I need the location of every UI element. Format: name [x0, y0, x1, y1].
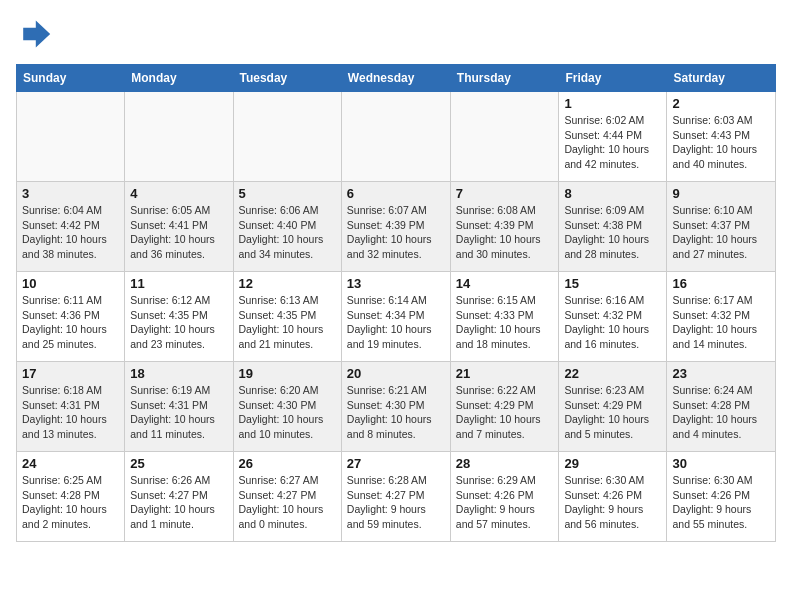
day-header: Saturday — [667, 65, 776, 92]
day-info: Sunrise: 6:21 AMSunset: 4:30 PMDaylight:… — [347, 383, 445, 442]
day-info: Sunrise: 6:14 AMSunset: 4:34 PMDaylight:… — [347, 293, 445, 352]
day-info: Sunrise: 6:02 AMSunset: 4:44 PMDaylight:… — [564, 113, 661, 172]
calendar-cell: 7Sunrise: 6:08 AMSunset: 4:39 PMDaylight… — [450, 182, 559, 272]
day-info: Sunrise: 6:15 AMSunset: 4:33 PMDaylight:… — [456, 293, 554, 352]
day-number: 20 — [347, 366, 445, 381]
calendar-cell: 30Sunrise: 6:30 AMSunset: 4:26 PMDayligh… — [667, 452, 776, 542]
day-info: Sunrise: 6:30 AMSunset: 4:26 PMDaylight:… — [672, 473, 770, 532]
day-info: Sunrise: 6:12 AMSunset: 4:35 PMDaylight:… — [130, 293, 227, 352]
day-number: 1 — [564, 96, 661, 111]
day-number: 8 — [564, 186, 661, 201]
day-number: 30 — [672, 456, 770, 471]
day-number: 22 — [564, 366, 661, 381]
calendar-week-row: 17Sunrise: 6:18 AMSunset: 4:31 PMDayligh… — [17, 362, 776, 452]
calendar-cell: 9Sunrise: 6:10 AMSunset: 4:37 PMDaylight… — [667, 182, 776, 272]
day-number: 16 — [672, 276, 770, 291]
calendar-cell — [233, 92, 341, 182]
calendar-cell: 23Sunrise: 6:24 AMSunset: 4:28 PMDayligh… — [667, 362, 776, 452]
day-number: 15 — [564, 276, 661, 291]
day-number: 6 — [347, 186, 445, 201]
calendar-cell: 6Sunrise: 6:07 AMSunset: 4:39 PMDaylight… — [341, 182, 450, 272]
day-number: 9 — [672, 186, 770, 201]
day-info: Sunrise: 6:22 AMSunset: 4:29 PMDaylight:… — [456, 383, 554, 442]
day-number: 3 — [22, 186, 119, 201]
calendar: SundayMondayTuesdayWednesdayThursdayFrid… — [16, 64, 776, 542]
calendar-week-row: 24Sunrise: 6:25 AMSunset: 4:28 PMDayligh… — [17, 452, 776, 542]
day-header: Wednesday — [341, 65, 450, 92]
day-info: Sunrise: 6:26 AMSunset: 4:27 PMDaylight:… — [130, 473, 227, 532]
day-header: Monday — [125, 65, 233, 92]
calendar-cell — [125, 92, 233, 182]
day-info: Sunrise: 6:09 AMSunset: 4:38 PMDaylight:… — [564, 203, 661, 262]
day-info: Sunrise: 6:20 AMSunset: 4:30 PMDaylight:… — [239, 383, 336, 442]
calendar-week-row: 3Sunrise: 6:04 AMSunset: 4:42 PMDaylight… — [17, 182, 776, 272]
day-number: 25 — [130, 456, 227, 471]
calendar-cell: 1Sunrise: 6:02 AMSunset: 4:44 PMDaylight… — [559, 92, 667, 182]
calendar-cell — [341, 92, 450, 182]
day-number: 13 — [347, 276, 445, 291]
day-number: 23 — [672, 366, 770, 381]
calendar-week-row: 1Sunrise: 6:02 AMSunset: 4:44 PMDaylight… — [17, 92, 776, 182]
day-number: 24 — [22, 456, 119, 471]
calendar-cell: 11Sunrise: 6:12 AMSunset: 4:35 PMDayligh… — [125, 272, 233, 362]
calendar-cell: 3Sunrise: 6:04 AMSunset: 4:42 PMDaylight… — [17, 182, 125, 272]
day-number: 26 — [239, 456, 336, 471]
svg-marker-0 — [23, 21, 50, 48]
calendar-cell: 14Sunrise: 6:15 AMSunset: 4:33 PMDayligh… — [450, 272, 559, 362]
calendar-cell: 4Sunrise: 6:05 AMSunset: 4:41 PMDaylight… — [125, 182, 233, 272]
calendar-cell: 13Sunrise: 6:14 AMSunset: 4:34 PMDayligh… — [341, 272, 450, 362]
day-header: Thursday — [450, 65, 559, 92]
day-info: Sunrise: 6:04 AMSunset: 4:42 PMDaylight:… — [22, 203, 119, 262]
calendar-cell: 24Sunrise: 6:25 AMSunset: 4:28 PMDayligh… — [17, 452, 125, 542]
calendar-cell — [17, 92, 125, 182]
day-number: 27 — [347, 456, 445, 471]
calendar-cell — [450, 92, 559, 182]
calendar-cell: 26Sunrise: 6:27 AMSunset: 4:27 PMDayligh… — [233, 452, 341, 542]
calendar-cell: 17Sunrise: 6:18 AMSunset: 4:31 PMDayligh… — [17, 362, 125, 452]
day-number: 29 — [564, 456, 661, 471]
logo — [16, 16, 56, 52]
day-info: Sunrise: 6:17 AMSunset: 4:32 PMDaylight:… — [672, 293, 770, 352]
day-number: 21 — [456, 366, 554, 381]
calendar-cell: 20Sunrise: 6:21 AMSunset: 4:30 PMDayligh… — [341, 362, 450, 452]
calendar-cell: 18Sunrise: 6:19 AMSunset: 4:31 PMDayligh… — [125, 362, 233, 452]
calendar-cell: 28Sunrise: 6:29 AMSunset: 4:26 PMDayligh… — [450, 452, 559, 542]
logo-icon — [16, 16, 52, 52]
day-number: 7 — [456, 186, 554, 201]
calendar-cell: 22Sunrise: 6:23 AMSunset: 4:29 PMDayligh… — [559, 362, 667, 452]
calendar-cell: 10Sunrise: 6:11 AMSunset: 4:36 PMDayligh… — [17, 272, 125, 362]
day-info: Sunrise: 6:10 AMSunset: 4:37 PMDaylight:… — [672, 203, 770, 262]
calendar-cell: 8Sunrise: 6:09 AMSunset: 4:38 PMDaylight… — [559, 182, 667, 272]
day-info: Sunrise: 6:23 AMSunset: 4:29 PMDaylight:… — [564, 383, 661, 442]
calendar-cell: 2Sunrise: 6:03 AMSunset: 4:43 PMDaylight… — [667, 92, 776, 182]
calendar-cell: 12Sunrise: 6:13 AMSunset: 4:35 PMDayligh… — [233, 272, 341, 362]
day-header: Friday — [559, 65, 667, 92]
day-header: Tuesday — [233, 65, 341, 92]
day-number: 12 — [239, 276, 336, 291]
calendar-cell: 16Sunrise: 6:17 AMSunset: 4:32 PMDayligh… — [667, 272, 776, 362]
day-info: Sunrise: 6:30 AMSunset: 4:26 PMDaylight:… — [564, 473, 661, 532]
day-info: Sunrise: 6:05 AMSunset: 4:41 PMDaylight:… — [130, 203, 227, 262]
day-number: 2 — [672, 96, 770, 111]
day-number: 11 — [130, 276, 227, 291]
day-info: Sunrise: 6:13 AMSunset: 4:35 PMDaylight:… — [239, 293, 336, 352]
calendar-cell: 15Sunrise: 6:16 AMSunset: 4:32 PMDayligh… — [559, 272, 667, 362]
day-number: 5 — [239, 186, 336, 201]
day-info: Sunrise: 6:07 AMSunset: 4:39 PMDaylight:… — [347, 203, 445, 262]
calendar-cell: 25Sunrise: 6:26 AMSunset: 4:27 PMDayligh… — [125, 452, 233, 542]
day-number: 18 — [130, 366, 227, 381]
day-info: Sunrise: 6:11 AMSunset: 4:36 PMDaylight:… — [22, 293, 119, 352]
day-info: Sunrise: 6:25 AMSunset: 4:28 PMDaylight:… — [22, 473, 119, 532]
day-number: 14 — [456, 276, 554, 291]
day-info: Sunrise: 6:08 AMSunset: 4:39 PMDaylight:… — [456, 203, 554, 262]
day-info: Sunrise: 6:03 AMSunset: 4:43 PMDaylight:… — [672, 113, 770, 172]
day-info: Sunrise: 6:29 AMSunset: 4:26 PMDaylight:… — [456, 473, 554, 532]
day-number: 4 — [130, 186, 227, 201]
day-info: Sunrise: 6:27 AMSunset: 4:27 PMDaylight:… — [239, 473, 336, 532]
day-number: 28 — [456, 456, 554, 471]
calendar-header-row: SundayMondayTuesdayWednesdayThursdayFrid… — [17, 65, 776, 92]
day-info: Sunrise: 6:28 AMSunset: 4:27 PMDaylight:… — [347, 473, 445, 532]
day-info: Sunrise: 6:16 AMSunset: 4:32 PMDaylight:… — [564, 293, 661, 352]
day-info: Sunrise: 6:19 AMSunset: 4:31 PMDaylight:… — [130, 383, 227, 442]
calendar-cell: 21Sunrise: 6:22 AMSunset: 4:29 PMDayligh… — [450, 362, 559, 452]
